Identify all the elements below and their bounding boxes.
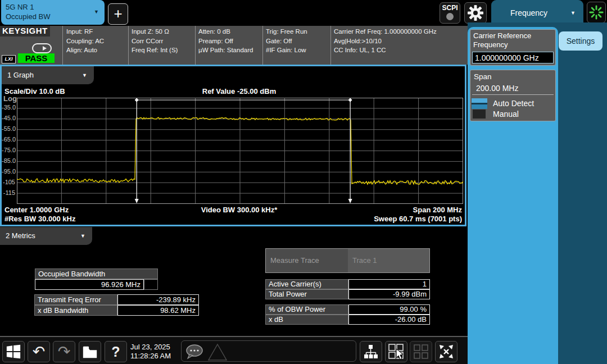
- busy-indicator: [587, 2, 606, 23]
- file-explorer-button[interactable]: [79, 341, 101, 362]
- measurement-tab[interactable]: 5G NR 1 Occupied BW ▼: [1, 0, 105, 25]
- active-carriers-value: 1: [348, 279, 430, 289]
- obw-marker-arrow: [135, 199, 139, 203]
- datetime-time: 11:28:26 AM: [130, 352, 182, 361]
- obw-marker-diamond: [348, 98, 352, 102]
- screen-config-button[interactable]: [360, 341, 382, 362]
- active-carriers-label: Active Carrier(s): [265, 279, 348, 289]
- sysinfo-line: Avg|Hold:>10/10: [334, 37, 465, 46]
- sysinfo-line: µW Path: Standard: [198, 46, 260, 55]
- sysinfo-input-column: Input: RF Coupling: AC Align: Auto: [64, 26, 129, 65]
- redo-button[interactable]: ↷: [53, 341, 75, 362]
- window-grid-icon: [413, 343, 429, 360]
- sysinfo-line: CC Info: UL, 1 CC: [334, 46, 465, 55]
- chevron-down-icon: ▼: [94, 10, 99, 15]
- undo-icon: ↶: [33, 344, 46, 360]
- bottom-bar: ↶ ↷ ? Jul 23, 2025 11:28:26 AM: [0, 336, 468, 364]
- graph-window-dropdown[interactable]: 1 Graph ▼: [2, 66, 94, 84]
- tfe-value-cell: -239.89 kHz: [117, 294, 199, 305]
- sysinfo-trigger-column: Trig: Free Run Gate: Off #IF Gain: Low: [263, 26, 331, 65]
- chevron-down-icon: ▼: [570, 11, 576, 16]
- window-grid-button[interactable]: [410, 341, 432, 362]
- auto-detect-label: Auto Detect: [493, 99, 534, 108]
- carrier-reference-panel: Carrier Reference Frequency 1.000000000 …: [470, 29, 556, 66]
- ref-value-label: Ref Value -25.00 dBm: [17, 87, 461, 95]
- y-tick: -35.0: [2, 104, 15, 111]
- start-menu-button[interactable]: [2, 341, 25, 362]
- video-bw-annotation: Video BW 300.00 kHz*: [17, 206, 461, 214]
- span-input[interactable]: 200.00 MHz: [472, 81, 554, 95]
- help-icon: ?: [111, 344, 120, 360]
- screen-config-icon: [363, 343, 379, 360]
- span-title: Span: [470, 70, 555, 81]
- system-settings-button[interactable]: [464, 2, 487, 24]
- metrics-window: 2 Metrics ▼ Occupied Bandwidth 96.926 MH…: [0, 226, 466, 336]
- help-button[interactable]: ?: [105, 341, 127, 362]
- span-option-auto-detect[interactable]: Auto Detect: [472, 98, 555, 110]
- graph-window-label: 1 Graph: [7, 71, 34, 79]
- carrier-reference-input[interactable]: 1.000000000 GHz: [472, 52, 554, 63]
- metrics-window-dropdown[interactable]: 2 Metrics ▼: [0, 227, 92, 245]
- y-tick: -45.0: [2, 115, 15, 122]
- window-select-icon: [388, 343, 405, 360]
- total-power-label: Total Power: [265, 289, 348, 299]
- scpi-button[interactable]: SCPI: [440, 2, 460, 24]
- obw-power-value: 99.00 %: [348, 304, 430, 315]
- measure-trace-value: Trace 1: [348, 249, 429, 272]
- xdb-label: x dB: [265, 315, 348, 325]
- sysinfo-line: Preamp: Off: [198, 37, 260, 46]
- obw-marker-arrow: [348, 199, 352, 203]
- sysinfo-line: Input: RF: [66, 27, 125, 37]
- window-select-button[interactable]: [385, 341, 407, 362]
- measure-trace-label: Measure Trace: [266, 249, 348, 272]
- sysinfo-atten-column: Atten: 0 dB Preamp: Off µW Path: Standar…: [196, 26, 263, 65]
- scpi-status-led: [446, 13, 454, 20]
- system-info-bar: KEYSIGHT LXI PASS Input: RF Coupling: AC…: [0, 26, 468, 65]
- tab-settings[interactable]: Settings: [559, 31, 603, 51]
- add-measurement-button[interactable]: +: [108, 3, 128, 25]
- span-panel: Span 200.00 MHz Auto Detect Manual: [470, 70, 556, 121]
- xdb-value: -26.00 dB: [348, 315, 430, 325]
- sysinfo-line: Freq Ref: Int (S): [132, 46, 192, 55]
- y-tick: -95.0: [2, 168, 15, 175]
- sysinfo-line: #IF Gain: Low: [266, 46, 328, 55]
- measure-trace-dropdown[interactable]: Measure Trace Trace 1: [265, 248, 430, 273]
- scpi-label: SCPI: [440, 4, 460, 12]
- obw-marker-diamond: [135, 98, 139, 102]
- settings-tab-label: Settings: [567, 37, 595, 46]
- manual-label: Manual: [493, 110, 519, 119]
- frequency-menu-label: Frequency: [491, 8, 567, 17]
- sysinfo-impedance-column: Input Z: 50 Ω Corr CCorr Freq Ref: Int (…: [129, 26, 196, 65]
- y-tick: -55.0: [2, 125, 15, 133]
- span-option-manual[interactable]: Manual: [472, 110, 555, 120]
- measurement-tab-line2: Occupied BW: [6, 12, 100, 21]
- y-tick: -105: [2, 179, 15, 186]
- span-annotation: Span 200 MHz: [413, 206, 462, 214]
- alert-triangle-icon: [206, 343, 229, 362]
- busy-spinner-icon: [588, 4, 604, 20]
- undo-button[interactable]: ↶: [28, 341, 50, 362]
- sysinfo-line: Input Z: 50 Ω: [132, 27, 192, 37]
- datetime-date: Jul 23, 2025: [130, 343, 182, 352]
- obw-extra-cell: [144, 279, 158, 290]
- res-bw-annotation: #Res BW 30.000 kHz: [4, 215, 75, 223]
- pass-badge: PASS: [18, 53, 55, 63]
- obw-value-cell: 96.926 MHz: [35, 279, 144, 290]
- messages-bubble-icon: [185, 343, 205, 360]
- auto-detect-selected-indicator: [472, 98, 487, 109]
- sysinfo-line: Corr CCorr: [132, 37, 192, 46]
- lxi-badge: LXI: [2, 55, 16, 63]
- y-tick: -85.0: [2, 157, 15, 165]
- analyzer-screen: 5G NR 1 Occupied BW ▼ + SCPI Frequency: [0, 0, 607, 364]
- measurement-tab-line1: 5G NR 1: [6, 2, 100, 12]
- manual-unselected-indicator: [473, 110, 486, 119]
- graph-window: 1 Graph ▼ Scale/Div 10.0 dB Ref Value -2…: [0, 65, 466, 226]
- windows-icon: [6, 344, 21, 360]
- fullscreen-button[interactable]: [435, 341, 457, 362]
- sysinfo-line: Carrier Ref Freq: 1.000000000 GHz: [334, 27, 465, 37]
- message-area[interactable]: [181, 340, 356, 362]
- total-power-value: -9.99 dBm: [348, 289, 430, 299]
- spectrum-plot[interactable]: [17, 98, 463, 204]
- sysinfo-line: Align: Auto: [66, 46, 125, 55]
- obw-power-label: % of OBW Power: [265, 304, 348, 315]
